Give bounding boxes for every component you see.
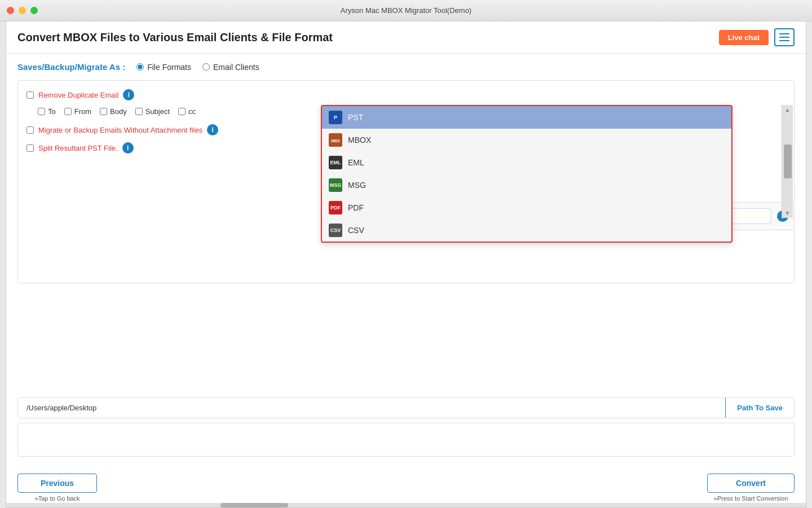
format-mbox-label: MBOX — [348, 135, 371, 144]
header-actions: Live chat — [719, 28, 795, 46]
format-eml-label: EML — [348, 158, 364, 167]
split-pst-info[interactable]: i — [122, 142, 134, 154]
mbox-icon: MBX — [329, 133, 342, 147]
maximize-button[interactable] — [30, 7, 38, 14]
email-clients-radio[interactable] — [202, 63, 210, 71]
svg-text:MBX: MBX — [331, 139, 340, 143]
migrate-without-attachment-label: Migrate or Backup Emails Without Attachm… — [38, 126, 202, 134]
filter-from-label: From — [74, 107, 91, 116]
window-controls — [7, 7, 38, 14]
filter-body-checkbox[interactable] — [100, 108, 107, 115]
filter-to-checkbox[interactable] — [38, 108, 45, 115]
format-item-msg[interactable]: MSG MSG — [322, 174, 731, 196]
remove-duplicate-info[interactable]: i — [123, 89, 134, 100]
menu-button[interactable] — [774, 28, 795, 46]
convert-section: Convert »Press to Start Conversion — [707, 474, 795, 502]
filter-to-label: To — [48, 107, 56, 116]
filter-subject-label: Subject — [145, 107, 170, 116]
format-pdf-label: PDF — [348, 203, 364, 212]
menu-line-1 — [779, 33, 789, 34]
titlebar: Aryson Mac MBOX Migrator Tool(Demo) — [0, 0, 812, 21]
scrollbar-thumb — [784, 144, 792, 178]
filter-subject-checkbox[interactable] — [135, 108, 143, 115]
file-formats-radio[interactable] — [136, 63, 144, 71]
close-button[interactable] — [7, 7, 14, 14]
radio-group: File Formats Email Clients — [136, 63, 259, 72]
filter-cc-checkbox[interactable] — [178, 108, 186, 115]
page-title: Convert MBOX Files to Various Email Clie… — [17, 31, 333, 44]
format-item-pst[interactable]: P PST — [322, 106, 731, 129]
window-title: Aryson Mac MBOX Migrator Tool(Demo) — [341, 6, 471, 15]
format-item-pdf[interactable]: PDF PDF — [322, 196, 731, 219]
format-pst-label: PST — [348, 113, 363, 122]
app-header: Convert MBOX Files to Various Email Clie… — [6, 21, 806, 54]
path-display: /Users/apple/Desktop — [18, 398, 725, 418]
filter-from-checkbox[interactable] — [64, 108, 72, 115]
filter-from: From — [64, 107, 91, 116]
split-pst-checkbox[interactable] — [27, 144, 34, 152]
bottom-section: /Users/apple/Desktop Path To Save — [6, 397, 806, 457]
remove-duplicate-row: Remove Duplicate Email i — [27, 89, 785, 100]
filter-cc-label: cc — [188, 107, 196, 116]
filter-body-label: Body — [110, 107, 127, 116]
convert-hint: »Press to Start Conversion — [714, 495, 788, 502]
saves-section: Saves/Backup/Migrate As : File Formats E… — [17, 62, 795, 72]
live-chat-button[interactable]: Live chat — [719, 30, 769, 45]
pdf-icon: PDF — [329, 201, 342, 214]
csv-icon: CSV — [329, 224, 342, 237]
email-clients-option[interactable]: Email Clients — [202, 63, 259, 72]
msg-icon: MSG — [329, 178, 342, 192]
eml-icon: EML — [329, 156, 342, 169]
menu-line-3 — [779, 40, 789, 41]
format-item-csv[interactable]: CSV CSV — [322, 219, 731, 242]
saves-label: Saves/Backup/Migrate As : — [17, 62, 125, 72]
scrollbar-thumb — [220, 503, 288, 507]
migrate-info[interactable]: i — [207, 124, 218, 135]
file-formats-option[interactable]: File Formats — [136, 63, 191, 72]
filter-body: Body — [100, 107, 127, 116]
path-to-save-button[interactable]: Path To Save — [725, 398, 794, 418]
split-pst-label: Split Resultant PST File. — [38, 144, 118, 152]
filter-cc: cc — [178, 107, 196, 116]
footer-nav: Previous »Tap to Go back Convert »Press … — [6, 474, 806, 502]
convert-button[interactable]: Convert — [707, 474, 795, 493]
previous-hint: »Tap to Go back — [35, 495, 80, 502]
remove-duplicate-checkbox[interactable] — [27, 91, 34, 99]
path-row: /Users/apple/Desktop Path To Save — [17, 397, 795, 418]
format-csv-label: CSV — [348, 226, 364, 235]
menu-line-2 — [779, 37, 789, 38]
format-dropdown: P PST MBX MBOX EML EML MSG MSG PDF PDF — [321, 105, 732, 243]
format-item-eml[interactable]: EML EML — [322, 151, 731, 174]
remove-duplicate-label: Remove Duplicate Email — [38, 91, 118, 99]
log-area — [17, 423, 795, 457]
format-item-mbox[interactable]: MBX MBOX — [322, 129, 731, 151]
migrate-without-attachment-checkbox[interactable] — [27, 126, 34, 134]
file-formats-label: File Formats — [147, 63, 191, 72]
main-window: Convert MBOX Files to Various Email Clie… — [6, 21, 806, 508]
filter-subject: Subject — [135, 107, 170, 116]
previous-section: Previous »Tap to Go back — [17, 474, 97, 502]
bottom-scrollbar[interactable] — [6, 503, 806, 507]
dropdown-scrollbar[interactable]: ▲ ▼ — [782, 105, 793, 218]
previous-button[interactable]: Previous — [17, 474, 97, 493]
minimize-button[interactable] — [19, 7, 26, 14]
format-msg-label: MSG — [348, 181, 366, 190]
filter-to: To — [38, 107, 56, 116]
pst-icon: P — [329, 111, 342, 124]
email-clients-label: Email Clients — [213, 63, 259, 72]
